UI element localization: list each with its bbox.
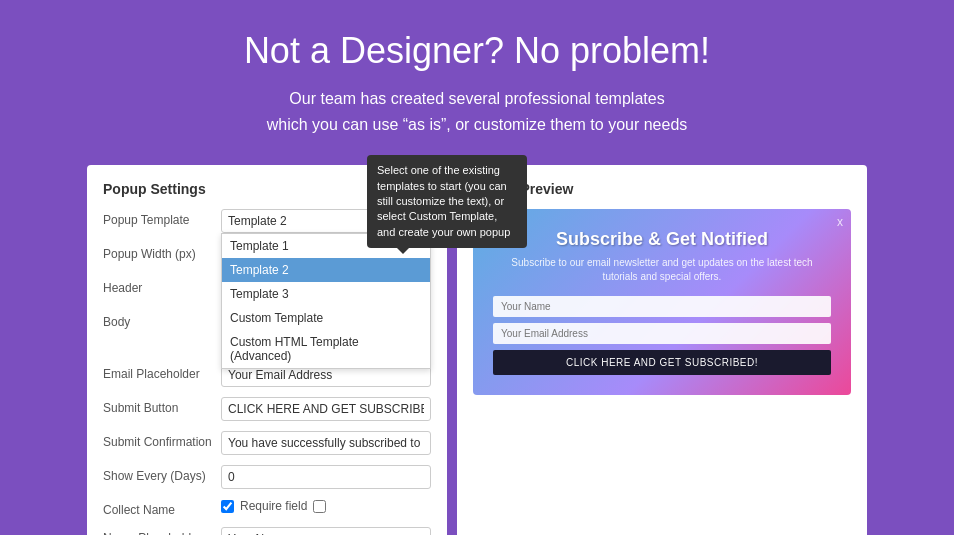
hero-subtitle: Our team has created several professiona… xyxy=(267,86,688,137)
popup-submit-button[interactable]: CLICK HERE AND GET SUBSCRIBED! xyxy=(493,350,831,375)
dropdown-option-custom[interactable]: Custom Template xyxy=(222,306,430,330)
page-wrapper: Not a Designer? No problem! Our team has… xyxy=(0,0,954,535)
popup-width-label: Popup Width (px) xyxy=(103,243,213,261)
submit-confirmation-input[interactable] xyxy=(221,431,431,455)
require-field-checkbox[interactable] xyxy=(313,500,326,513)
popup-preview-box: x Subscribe & Get Notified Subscribe to … xyxy=(473,209,851,395)
show-every-label: Show Every (Days) xyxy=(103,465,213,483)
collect-name-row: Collect Name Require field xyxy=(103,499,431,517)
body-label: Body xyxy=(103,311,213,329)
submit-confirmation-label: Submit Confirmation xyxy=(103,431,213,449)
dropdown-option-template2[interactable]: Template 2 xyxy=(222,258,430,282)
submit-button-row: Submit Button xyxy=(103,397,431,421)
name-placeholder-label: Name Placeholder xyxy=(103,527,213,535)
popup-template-label: Popup Template xyxy=(103,209,213,227)
collect-name-checkbox[interactable] xyxy=(221,500,234,513)
popup-close-button[interactable]: x xyxy=(837,215,843,229)
preview-title: Popup Preview xyxy=(473,181,851,197)
submit-confirmation-row: Submit Confirmation xyxy=(103,431,431,455)
dropdown-option-template3[interactable]: Template 3 xyxy=(222,282,430,306)
popup-heading: Subscribe & Get Notified xyxy=(493,229,831,250)
submit-button-label: Submit Button xyxy=(103,397,213,415)
header-label: Header xyxy=(103,277,213,295)
collect-name-label: Collect Name xyxy=(103,499,213,517)
show-every-row: Show Every (Days) xyxy=(103,465,431,489)
tooltip-box: Select one of the existing templates to … xyxy=(367,155,527,248)
require-field-label: Require field xyxy=(240,499,307,513)
submit-button-input[interactable] xyxy=(221,397,431,421)
collect-name-checkboxes: Require field xyxy=(221,499,326,513)
main-content: Select one of the existing templates to … xyxy=(87,165,867,535)
hero-title: Not a Designer? No problem! xyxy=(244,30,710,72)
popup-subtext: Subscribe to our email newsletter and ge… xyxy=(493,256,831,284)
show-every-input[interactable] xyxy=(221,465,431,489)
email-placeholder-label: Email Placeholder xyxy=(103,363,213,381)
popup-name-input[interactable] xyxy=(493,296,831,317)
name-placeholder-input[interactable] xyxy=(221,527,431,535)
name-placeholder-row: Name Placeholder xyxy=(103,527,431,535)
popup-email-input[interactable] xyxy=(493,323,831,344)
dropdown-option-custom-html[interactable]: Custom HTML Template (Advanced) xyxy=(222,330,430,368)
